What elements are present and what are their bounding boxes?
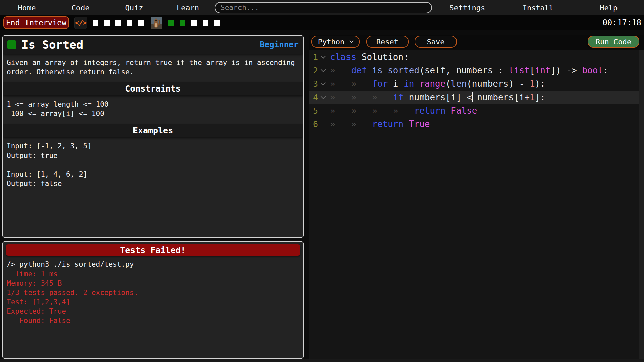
section-line: Output: false xyxy=(7,179,299,188)
code-text: » » » if numbers[i] < numbers[i+1]: xyxy=(330,92,545,102)
section-header-examples: Examples xyxy=(3,124,303,137)
problem-description: Given an array of integers, return true … xyxy=(3,54,303,82)
code-line-5[interactable]: 5» » » » return False xyxy=(309,104,639,117)
code-token: if xyxy=(393,92,404,102)
code-text: » » return True xyxy=(330,119,430,129)
reset-button[interactable]: Reset xyxy=(366,36,409,48)
indent-guide-icon: » xyxy=(393,106,414,116)
question-square-4[interactable] xyxy=(127,20,132,26)
indent-guide-icon: » xyxy=(330,79,351,89)
end-interview-button[interactable]: End Interview xyxy=(3,16,69,29)
nav-item-help[interactable]: Help xyxy=(573,0,644,15)
difficulty-square-icon xyxy=(7,40,16,49)
section-line: 1 <= array length <= 100 xyxy=(7,100,299,109)
code-token: return xyxy=(372,119,404,129)
test-output-line: Test: [1,2,3,4] xyxy=(7,297,299,307)
bottom-bar xyxy=(0,359,644,362)
line-number: 5 xyxy=(312,106,318,116)
save-button[interactable]: Save xyxy=(415,36,457,48)
question-square-2[interactable] xyxy=(104,20,110,26)
code-token: in xyxy=(404,79,414,89)
code-area[interactable]: 1class Solution:2» def is_sorted(self, n… xyxy=(309,50,639,362)
nav-item-quiz[interactable]: Quiz xyxy=(107,0,161,15)
test-output-line: Time: 1 ms xyxy=(7,269,299,279)
nav-item-learn[interactable]: Learn xyxy=(161,0,215,15)
status-square-2[interactable] xyxy=(180,20,185,26)
code-text: » » » » return False xyxy=(330,106,477,116)
question-square-3[interactable] xyxy=(115,20,121,26)
question-square-5[interactable] xyxy=(138,20,144,26)
code-token: (numbers) - xyxy=(467,79,530,89)
description-line: order. Otherwise return false. xyxy=(7,67,299,77)
editor-scrollbar[interactable] xyxy=(639,50,644,362)
nav-right-group: SettingsInstallHelp xyxy=(432,0,644,15)
indent-guide-icon: » xyxy=(372,92,393,102)
line-number: 3 xyxy=(312,79,318,89)
indent-guide-icon: » xyxy=(351,106,372,116)
tests-status-banner: Tests Failed! xyxy=(6,244,300,256)
status-square-1[interactable] xyxy=(168,20,174,26)
code-token: ( xyxy=(445,79,451,89)
nav-left-group: HomeCodeQuizLearn xyxy=(0,0,215,15)
code-token: ]) -> xyxy=(551,65,582,75)
test-command-line: /> python3 ./is_sorted/test.py xyxy=(7,260,299,269)
language-select[interactable]: Python xyxy=(311,36,360,48)
status-square-4[interactable] xyxy=(203,20,208,26)
code-line-1[interactable]: 1class Solution: xyxy=(309,50,639,64)
code-token: list xyxy=(508,65,530,75)
section-header-constraints: Constraints xyxy=(3,82,303,95)
code-line-3[interactable]: 3» » for i in range(len(numbers) - 1): xyxy=(309,77,639,90)
squirrel-photo-icon xyxy=(151,17,162,29)
code-line-6[interactable]: 6» » return True xyxy=(309,117,639,131)
indent-guide-icon: » xyxy=(351,119,372,129)
fold-chevron-icon[interactable] xyxy=(319,96,327,98)
code-token: for xyxy=(372,79,388,89)
nav-item-install[interactable]: Install xyxy=(503,0,574,15)
nav-item-home[interactable]: Home xyxy=(0,0,54,15)
problem-panel: Is Sorted Beginner Given an array of int… xyxy=(2,35,304,238)
code-brackets-icon[interactable]: </> xyxy=(74,17,87,29)
run-code-button[interactable]: Run Code xyxy=(588,36,639,48)
interview-toolbar: End Interview </> 00:17:18 xyxy=(0,15,644,30)
status-square-3[interactable] xyxy=(191,20,197,26)
code-token: len xyxy=(451,79,467,89)
code-token: range xyxy=(419,79,445,89)
code-line-4[interactable]: 4» » » if numbers[i] < numbers[i+1]: xyxy=(309,90,639,104)
code-token: [ xyxy=(530,65,535,75)
code-token: def xyxy=(351,65,367,75)
description-line: Given an array of integers, return true … xyxy=(7,58,299,67)
code-token: ): xyxy=(535,79,545,89)
tests-output: /> python3 ./is_sorted/test.py Time: 1 m… xyxy=(3,256,303,329)
code-token xyxy=(367,65,372,75)
indent-guide-icon: » xyxy=(330,65,351,75)
nav-item-code[interactable]: Code xyxy=(54,0,107,15)
code-token: numbers[i+ xyxy=(472,92,530,102)
code-token: ]: xyxy=(535,92,545,102)
test-output-line: Expected: True xyxy=(7,307,299,316)
line-number: 1 xyxy=(312,52,318,62)
problem-sections: Constraints1 <= array length <= 100-100 … xyxy=(3,82,303,194)
avatar[interactable] xyxy=(151,17,162,29)
question-square-1[interactable] xyxy=(93,20,98,26)
fold-chevron-icon[interactable] xyxy=(319,83,327,85)
code-token: : xyxy=(603,65,608,75)
chevron-down-icon xyxy=(349,39,354,43)
line-number: 6 xyxy=(312,119,318,129)
fold-chevron-icon[interactable] xyxy=(319,56,327,58)
test-output-line: Found: False xyxy=(7,316,299,325)
test-output-lines: Time: 1 msMemory: 345 B1/3 tests passed.… xyxy=(7,269,299,325)
fold-chevron-icon[interactable] xyxy=(319,69,327,71)
code-token: False xyxy=(451,106,477,116)
search-input[interactable] xyxy=(215,2,432,13)
code-token: 1 xyxy=(530,79,535,89)
code-token: is_sorted xyxy=(372,65,419,75)
indent-guide-icon: » xyxy=(330,119,351,129)
code-token: 1 xyxy=(530,92,535,102)
code-token: return xyxy=(414,106,446,116)
nav-item-settings[interactable]: Settings xyxy=(432,0,503,15)
code-line-2[interactable]: 2» def is_sorted(self, numbers : list[in… xyxy=(309,64,639,77)
code-token: numbers[i] < xyxy=(404,92,472,102)
top-nav: HomeCodeQuizLearn SettingsInstallHelp xyxy=(0,0,644,15)
status-square-5[interactable] xyxy=(214,20,220,26)
test-output-line: Memory: 345 B xyxy=(7,279,299,288)
